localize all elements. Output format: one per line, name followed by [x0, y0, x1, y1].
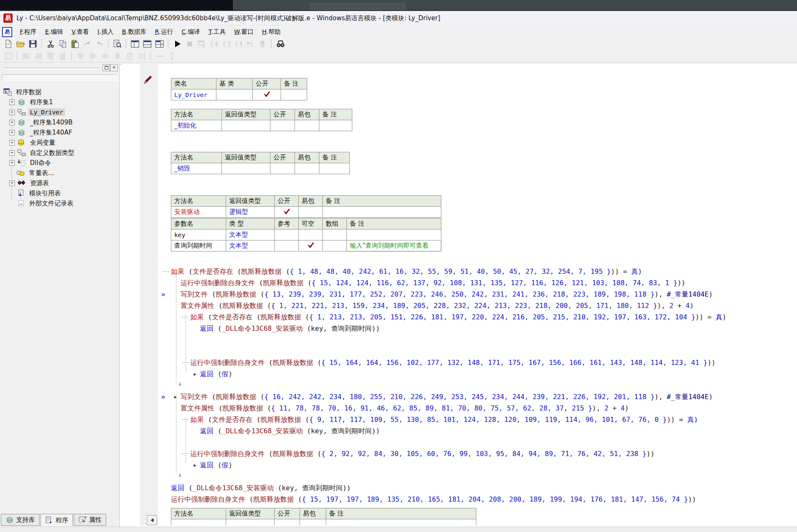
code-line[interactable]: 运行中强制删除自身文件 (凯斯释放数据 ({ 15, 124, 124, 116…	[122, 277, 797, 289]
class-base-cell[interactable]	[216, 89, 253, 100]
code-line[interactable]: ▶返回 (假)	[122, 459, 797, 471]
form-designer-button[interactable]	[2, 50, 14, 62]
pause-button[interactable]	[257, 38, 269, 50]
align-right-button[interactable]	[32, 50, 44, 62]
param-remark-cell[interactable]	[347, 230, 441, 240]
param-type-cell[interactable]: 文本型	[226, 240, 275, 251]
tree-item-global-vars[interactable]: +全局变量	[1, 138, 119, 148]
same-width-button[interactable]	[123, 50, 135, 62]
param-name-cell[interactable]: key	[171, 230, 226, 240]
param-array-cell[interactable]	[323, 230, 347, 240]
expand-icon[interactable]: +	[9, 140, 15, 146]
destroy-method-name-cell[interactable]: _销毁	[171, 163, 222, 174]
expand-icon[interactable]: +	[9, 110, 15, 115]
expand-icon[interactable]: +	[9, 100, 15, 105]
step-into-button[interactable]: { }	[208, 38, 220, 50]
tree-item-module-ref-table[interactable]: 模块引用表	[1, 188, 119, 198]
preview-search-button[interactable]	[111, 38, 123, 50]
expand-icon[interactable]: +	[9, 181, 15, 186]
install-method-name-cell[interactable]: 安装驱动	[171, 207, 226, 218]
menu-w[interactable]: W.窗口	[230, 27, 258, 37]
param-ref-cell[interactable]	[275, 230, 299, 240]
run-to-cursor-button[interactable]: *)	[244, 38, 257, 50]
panel-drag-handle[interactable]	[3, 68, 100, 70]
fit-width-button[interactable]	[153, 50, 165, 62]
tree-item-program-data[interactable]: e程序数据	[1, 87, 119, 97]
destroy-remark-cell[interactable]	[319, 163, 350, 174]
tab-program[interactable]: 程序	[41, 514, 73, 527]
bottom-remark-cell[interactable]	[326, 519, 476, 526]
new-file-button[interactable]	[2, 38, 14, 50]
code-line[interactable]: 返回 (_DLL命令13C68_安装驱动 (key, 查询到期时间))	[122, 323, 797, 334]
menu-b[interactable]: B.数据库	[118, 27, 151, 37]
align-top-button[interactable]	[44, 50, 57, 62]
center-horizontal-button[interactable]	[74, 50, 86, 62]
menu-h[interactable]: H.帮助	[258, 27, 285, 37]
tree-item-external-files-table[interactable]: 外部文件记录表	[1, 198, 119, 208]
fit-height-button[interactable]	[165, 50, 178, 62]
code-line[interactable]: 置文件属性 (凯斯释放数据 ({ 1, 221, 221, 213, 159, …	[122, 300, 797, 311]
space-down-button[interactable]	[111, 50, 123, 62]
tab-properties[interactable]: 属性	[74, 514, 106, 526]
code-blank-line[interactable]: ↓	[122, 380, 797, 391]
code-line[interactable]: 置文件属性 (凯斯释放数据 ({ 11, 78, 78, 70, 16, 91,…	[122, 402, 797, 414]
run-button[interactable]	[171, 38, 183, 50]
code-line[interactable]: »写到文件 (凯斯释放数据 ({ 13, 239, 239, 231, 177,…	[122, 289, 797, 300]
align-left-button[interactable]	[20, 50, 32, 62]
install-pack-cell[interactable]	[299, 207, 323, 218]
init-method-name-cell[interactable]: _初始化	[171, 120, 222, 131]
menu-e[interactable]: E.编辑	[41, 27, 68, 37]
param-type-cell[interactable]: 文本型	[226, 230, 275, 240]
space-across-button[interactable]	[99, 50, 111, 62]
code-blank-line[interactable]	[122, 346, 797, 357]
expand-icon[interactable]: +	[9, 120, 15, 125]
bottom-public-cell[interactable]	[275, 519, 300, 526]
param-array-cell[interactable]	[323, 240, 347, 251]
tree-item-custom-types[interactable]: +自定义数据类型	[1, 148, 119, 158]
param-remark-cell[interactable]: 输入"查询到期时间即可查看	[347, 240, 441, 251]
class-public-cell[interactable]	[253, 89, 281, 100]
step-over-button[interactable]: { }	[220, 38, 232, 50]
param-nullable-cell[interactable]	[299, 230, 323, 240]
layout-rows-button[interactable]	[141, 38, 153, 50]
code-line[interactable]: 如果 (文件是否存在 (凯斯释放数据 ({ 1, 213, 213, 205, …	[122, 311, 797, 323]
tree-item-dll-commands[interactable]: +Dll命令	[1, 158, 119, 168]
tree-item-assembly-1409b[interactable]: +_程序集1409B	[1, 117, 119, 127]
code-line[interactable]: 返回 (_DLL命令13C68_安装驱动 (key, 查询到期时间))	[122, 425, 797, 437]
menu-v[interactable]: V.查看	[67, 27, 93, 37]
tree-item-ly-driver[interactable]: +Ly_Driver	[1, 107, 119, 117]
copy-button[interactable]	[57, 38, 69, 50]
redo-button[interactable]	[81, 38, 93, 50]
menu-r[interactable]: R.运行	[151, 27, 177, 37]
open-file-button[interactable]	[14, 38, 27, 50]
expand-icon[interactable]: +	[9, 150, 15, 156]
install-remark-cell[interactable]	[323, 207, 441, 218]
tree-item-assembly-140af[interactable]: +_程序集140AF	[1, 127, 119, 138]
code-line[interactable]: ▶»写到文件 (凯斯释放数据 ({ 16, 242, 242, 234, 180…	[122, 391, 797, 402]
panel-float-button[interactable]	[103, 64, 110, 71]
find-binoculars-button[interactable]	[274, 38, 286, 50]
paste-button[interactable]	[69, 38, 81, 50]
scroll-left-button[interactable]	[147, 515, 157, 525]
init-pack-cell[interactable]	[295, 120, 319, 131]
code-line[interactable]: 如果 (文件是否存在 (凯斯释放数据 ({ 9, 117, 117, 109, …	[122, 414, 797, 425]
cut-button[interactable]	[44, 38, 57, 50]
stop-button[interactable]	[183, 38, 195, 50]
panel-close-button[interactable]: ×	[110, 64, 118, 71]
layout-grid-button[interactable]	[153, 38, 165, 50]
menu-i[interactable]: I.插入	[93, 27, 118, 37]
undo-button[interactable]	[93, 38, 105, 50]
code-blank-line[interactable]	[122, 334, 797, 346]
layout-columns-button[interactable]	[129, 38, 141, 50]
param-nullable-cell[interactable]	[299, 240, 323, 251]
code-line[interactable]: 运行中强制删除自身文件 (凯斯释放数据 ({ 15, 164, 164, 156…	[122, 357, 797, 368]
tab-support-lib[interactable]: 支持库	[1, 514, 40, 526]
install-public-cell[interactable]	[275, 207, 299, 218]
menu-f[interactable]: F.程序	[16, 27, 41, 37]
step-out-button[interactable]: { }	[232, 38, 244, 50]
init-public-cell[interactable]	[270, 120, 295, 131]
install-ret-cell[interactable]: 逻辑型	[226, 207, 275, 218]
bottom-name-cell[interactable]	[171, 519, 226, 526]
tree-item-assembly-1[interactable]: +程序集1	[1, 97, 119, 107]
param-ref-cell[interactable]	[275, 240, 299, 251]
